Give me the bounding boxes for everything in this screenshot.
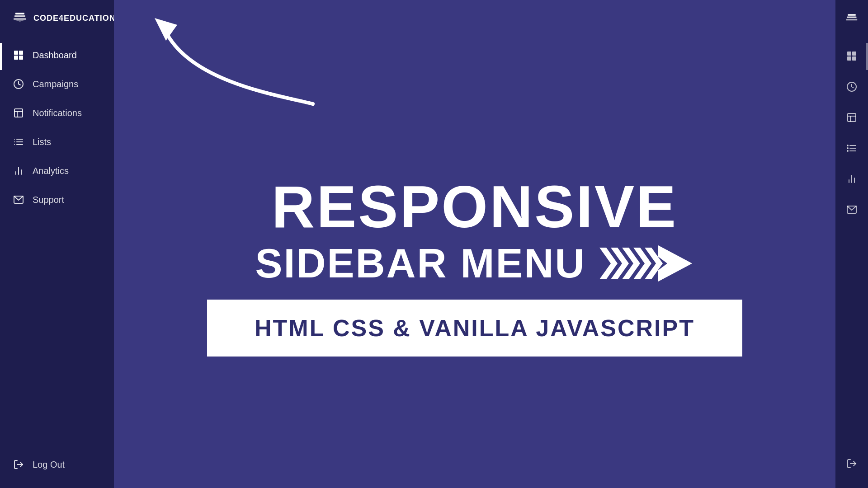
logo-icon (13, 10, 27, 27)
svg-marker-23 (155, 18, 177, 41)
support-icon (13, 194, 24, 205)
svg-point-46 (847, 150, 848, 151)
sidebar-bottom: Log Out (0, 441, 114, 488)
svg-rect-32 (848, 14, 856, 16)
svg-rect-35 (847, 56, 851, 61)
support-label: Support (33, 195, 64, 205)
sidebar-item-lists[interactable]: Lists (0, 127, 114, 156)
svg-rect-2 (15, 13, 24, 14)
right-arrows-icon (595, 243, 694, 284)
svg-rect-5 (19, 51, 23, 55)
sidebar-item-analytics[interactable]: Analytics (0, 156, 114, 185)
lists-label: Lists (33, 137, 51, 147)
svg-rect-9 (14, 109, 23, 117)
svg-rect-0 (14, 18, 26, 20)
svg-marker-3 (14, 20, 25, 22)
right-logo (845, 0, 858, 36)
sidebar-item-campaigns[interactable]: Campaigns (0, 70, 114, 99)
right-sidebar-item-notifications[interactable] (835, 102, 868, 133)
tech-label-box: HTML CSS & VANILLA JAVASCRIPT (207, 300, 742, 357)
main-title: RESPONSIVE (272, 177, 678, 237)
svg-rect-36 (852, 56, 856, 61)
analytics-label: Analytics (33, 166, 69, 176)
svg-rect-4 (14, 51, 18, 55)
campaigns-icon (13, 79, 24, 89)
campaigns-label: Campaigns (33, 79, 78, 89)
notifications-icon (13, 108, 24, 118)
svg-rect-1 (14, 15, 25, 17)
svg-rect-33 (847, 52, 851, 56)
svg-point-44 (847, 145, 848, 146)
analytics-icon (13, 165, 24, 176)
notifications-label: Notifications (33, 108, 82, 118)
svg-rect-34 (852, 52, 856, 56)
sidebar-item-notifications[interactable]: Notifications (0, 99, 114, 127)
svg-rect-7 (19, 56, 23, 60)
right-logout-button[interactable] (835, 448, 868, 479)
svg-rect-38 (848, 113, 856, 122)
right-sidebar-nav (835, 36, 868, 439)
right-sidebar-item-support[interactable] (835, 194, 868, 225)
logout-label: Log Out (33, 460, 65, 470)
tech-label: HTML CSS & VANILLA JAVASCRIPT (236, 310, 713, 346)
sidebar-nav: Dashboard Campaigns Notifications (0, 36, 114, 441)
sidebar-item-dashboard[interactable]: Dashboard (0, 41, 114, 70)
sidebar-left: CODE4EDUCATION Dashboard (0, 0, 114, 488)
right-sidebar-item-campaigns[interactable] (835, 71, 868, 102)
logo-area: CODE4EDUCATION (0, 0, 114, 36)
brand-name: CODE4EDUCATION (33, 14, 116, 23)
svg-point-45 (847, 148, 848, 149)
lists-icon (13, 136, 24, 147)
arrow-decoration (141, 9, 331, 108)
svg-rect-6 (14, 56, 18, 60)
dashboard-label: Dashboard (33, 50, 77, 61)
svg-rect-31 (847, 17, 857, 19)
sidebar-right (835, 0, 868, 488)
logout-icon (13, 459, 24, 470)
right-sidebar-item-analytics[interactable] (835, 164, 868, 194)
content-inner: RESPONSIVE SIDEBAR MENU (114, 0, 835, 488)
right-sidebar-item-dashboard[interactable] (835, 41, 868, 71)
sidebar-item-support[interactable]: Support (0, 185, 114, 214)
svg-marker-29 (658, 245, 692, 282)
logout-button[interactable]: Log Out (0, 450, 114, 479)
main-subtitle: SIDEBAR MENU (255, 241, 694, 286)
main-content: RESPONSIVE SIDEBAR MENU (114, 0, 835, 488)
right-sidebar-bottom (835, 439, 868, 488)
dashboard-icon (13, 50, 24, 61)
right-sidebar-item-lists[interactable] (835, 133, 868, 164)
svg-rect-30 (846, 19, 858, 21)
